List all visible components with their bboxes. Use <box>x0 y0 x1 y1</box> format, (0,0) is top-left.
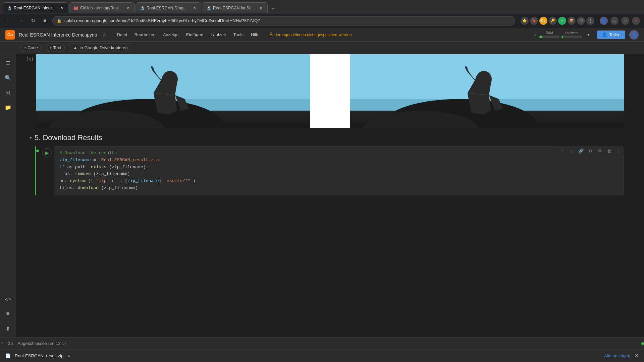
code-line-3: if os.path. exists (zip_filename): <box>59 164 618 171</box>
add-code-button[interactable]: + Code <box>20 44 42 52</box>
sidebar-icon-menu[interactable]: ☰ <box>2 57 14 69</box>
ext-6[interactable]: 📦 <box>568 17 576 25</box>
tab-1-label: Real-ESRGAN Inference Demo.i... <box>14 6 57 10</box>
section-title: 5. Download Results <box>35 133 102 142</box>
tab-1[interactable]: 🔬 Real-ESRGAN Inference Demo.i... ✕ <box>3 2 68 13</box>
download-bar: 📄 Real-ESRGAN_result.zip ∧ Alle anzeigen… <box>0 349 644 362</box>
minimize-btn[interactable]: — <box>610 17 619 25</box>
tab-3-close[interactable]: ✕ <box>192 6 197 10</box>
new-tab-button[interactable]: + <box>268 4 278 13</box>
menu-datei[interactable]: Datei <box>113 31 130 39</box>
colab-toolbar: Co Real-ESRGAN Inference Demo.ipynb ☆ Da… <box>0 28 644 42</box>
tab-4-label: Real-ESRGAN for Super-Resolut... <box>213 6 257 10</box>
ext-2[interactable]: 🔖 <box>530 17 538 25</box>
colab-menu: Datei Bearbeiten Anzeige Einfügen Laufze… <box>113 31 263 39</box>
tab-3-label: Real-ESRGAN-Drag-Drop/drag6... <box>147 6 190 10</box>
add-text-label: + Text <box>49 45 61 50</box>
drive-label: In Google Drive kopieren <box>79 45 128 50</box>
image-separator <box>310 54 350 128</box>
sidebar-icon-upload[interactable]: ⬆ <box>2 322 14 335</box>
reload-button[interactable]: ↻ <box>28 16 38 25</box>
ext-3[interactable]: Co <box>539 17 547 25</box>
share-button[interactable]: 👤 Teilen <box>597 31 625 39</box>
delete-button[interactable]: 🗑 <box>605 147 613 155</box>
code-line-4: os. remove (zip_filename) <box>59 171 618 178</box>
menu-bearbeiten[interactable]: Bearbeiten <box>131 31 159 39</box>
ext-7[interactable]: 🛡 <box>577 17 585 25</box>
move-up-button[interactable]: ↑ <box>558 147 566 155</box>
disk-label: Laufwerk <box>565 31 579 35</box>
section-toggle[interactable]: ▾ <box>30 135 32 140</box>
sidebar-icon-search[interactable]: 🔍 <box>2 72 14 84</box>
colab-logo: Co <box>5 30 15 40</box>
image-pair <box>36 54 624 128</box>
empty-space <box>16 197 644 297</box>
share-label: Teilen <box>609 32 621 37</box>
tab-bar: 🔬 Real-ESRGAN Inference Demo.i... ✕ 🐙 Gi… <box>0 0 644 13</box>
move-down-button[interactable]: ↓ <box>568 147 576 155</box>
run-button[interactable]: ▶ <box>42 148 52 158</box>
show-all-button[interactable]: Alle anzeigen <box>604 353 630 358</box>
url-text: colab.research.google.com/drive/1k2Zod6k… <box>64 18 260 23</box>
cell-inner: ▶ # Download the results zip_filename = … <box>36 146 624 195</box>
account-icon[interactable]: 👤 <box>600 17 608 25</box>
tab-1-close[interactable]: ✕ <box>59 6 64 10</box>
menu-einfuegen[interactable]: Einfügen <box>183 31 207 39</box>
tab-2-close[interactable]: ✕ <box>126 6 130 10</box>
sidebar-icon-terminal[interactable]: ≡ <box>2 308 14 320</box>
add-code-label: + Code <box>24 45 38 50</box>
ram-expand-button[interactable]: ▾ <box>584 30 593 40</box>
tab-4[interactable]: 🔬 Real-ESRGAN for Super-Resolut... ✕ <box>202 2 268 13</box>
settings-button[interactable]: ⚙ <box>586 147 594 155</box>
download-chevron[interactable]: ∧ <box>67 354 70 358</box>
add-toolbar: + Code + Text ▲ In Google Drive kopieren <box>0 42 644 54</box>
status-check-icon: ✓ <box>0 341 4 346</box>
add-text-button[interactable]: + Text <box>46 44 65 52</box>
tab-2-label: GitHub - xinntao/Real-ESRGA... <box>80 6 124 10</box>
left-image-svg <box>36 54 310 128</box>
tab-1-favicon: 🔬 <box>7 6 12 10</box>
close-btn[interactable]: ✕ <box>632 17 640 25</box>
maximize-btn[interactable]: □ <box>621 17 629 25</box>
cell-toolbar: ↑ ↓ 🔗 ⚙ ⧉ 🗑 ⋮ <box>557 146 624 156</box>
ext-4[interactable]: 🔑 <box>549 17 557 25</box>
menu-laufzeit[interactable]: Laufzeit <box>207 31 229 39</box>
disk-fill <box>561 36 563 38</box>
ram-indicator: ✓ RAM Laufwerk ▾ <box>534 30 593 40</box>
lock-icon: 🔒 <box>57 18 62 23</box>
image-right <box>350 54 624 128</box>
link-button[interactable]: 🔗 <box>577 147 585 155</box>
ram-label: RAM <box>546 31 553 35</box>
drive-copy-button[interactable]: ▲ In Google Drive kopieren <box>69 44 132 52</box>
home-button[interactable]: ■ <box>40 16 50 25</box>
menu-tools[interactable]: Tools <box>230 31 247 39</box>
copy-button[interactable]: ⧉ <box>596 147 604 155</box>
sidebar-icon-variables[interactable]: {x} <box>2 86 14 99</box>
tab-3[interactable]: 🔬 Real-ESRGAN-Drag-Drop/drag6... ✕ <box>136 2 201 13</box>
ext-5[interactable]: ✓ <box>558 17 566 25</box>
download-file-icon: 📄 <box>5 353 11 358</box>
status-time: 0 s <box>8 341 13 346</box>
colab-right-toolbar: ✓ RAM Laufwerk ▾ 👤 Teilen <box>534 30 639 40</box>
tab-2[interactable]: 🐙 GitHub - xinntao/Real-ESRGA... ✕ <box>69 2 135 13</box>
more-button[interactable]: ⋮ <box>614 147 623 155</box>
download-close-button[interactable]: ✕ <box>634 353 639 359</box>
back-button[interactable]: ← <box>4 16 13 25</box>
ext-8[interactable]: ⋮ <box>586 17 594 25</box>
code-line-5: os. system (f "zip -r -j {zip_filename} … <box>59 178 618 185</box>
code-area[interactable]: # Download the results zip_filename = 'R… <box>54 146 624 195</box>
user-avatar[interactable]: 👤 <box>629 30 639 40</box>
forward-button[interactable]: → <box>16 16 25 25</box>
ext-1[interactable]: ⭐ <box>521 17 529 25</box>
tab-4-close[interactable]: ✕ <box>259 6 263 10</box>
nav-bar: ← → ↻ ■ 🔒 colab.research.google.com/driv… <box>0 13 644 28</box>
status-bar: ✓ 0 s Abgeschlossen um 12:17 <box>0 337 644 349</box>
menu-anzeige[interactable]: Anzeige <box>160 31 182 39</box>
star-icon[interactable]: ☆ <box>102 32 107 38</box>
sidebar-icon-files[interactable]: 📁 <box>2 101 14 113</box>
disk-bar <box>561 36 582 38</box>
code-cell: ↑ ↓ 🔗 ⚙ ⧉ 🗑 ⋮ ▶ <box>36 146 624 195</box>
sidebar-icon-code[interactable]: </> <box>2 293 14 305</box>
menu-hilfe[interactable]: Hilfe <box>248 31 263 39</box>
address-bar[interactable]: 🔒 colab.research.google.com/drive/1k2Zod… <box>52 16 515 25</box>
